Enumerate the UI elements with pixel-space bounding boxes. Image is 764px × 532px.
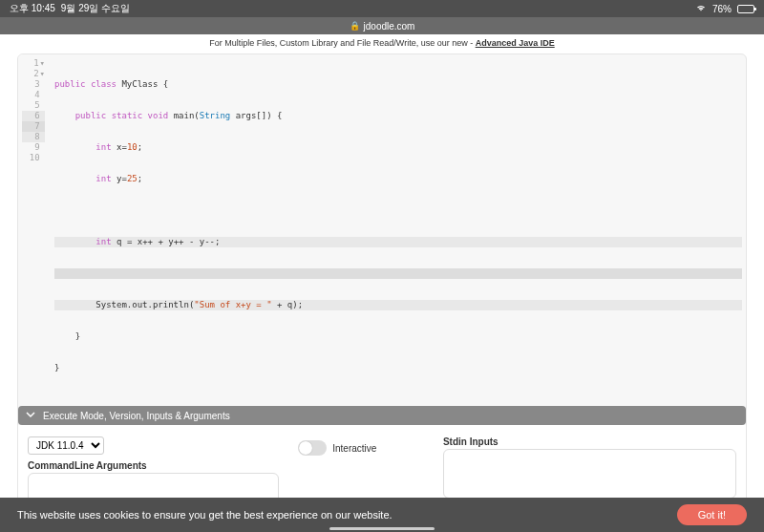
panel-title: Execute Mode, Version, Inputs & Argument… (43, 411, 230, 421)
stdin-input[interactable] (443, 449, 736, 499)
battery-text: 76% (712, 4, 732, 14)
battery-icon (737, 5, 754, 13)
cookie-accept-button[interactable]: Got it! (677, 504, 747, 525)
interactive-toggle[interactable] (298, 440, 327, 456)
advanced-ide-link[interactable]: Advanced Java IDE (476, 38, 555, 48)
interactive-label: Interactive (332, 443, 376, 454)
device-status-bar: 오후 10:45 9월 29일 수요일 76% (0, 0, 764, 17)
code-editor[interactable]: 1▾ 2▾ 3 4 5 6 7 8 9 10 public class MyCl… (17, 53, 747, 521)
banner-text: For Multiple Files, Custom Library and F… (209, 38, 475, 48)
chevron-down-icon (26, 410, 35, 421)
status-time: 오후 10:45 (10, 2, 55, 15)
stdin-label: Stdin Inputs (443, 436, 736, 447)
browser-url-bar[interactable]: 🔒 jdoodle.com (0, 17, 764, 34)
top-banner: For Multiple Files, Custom Library and F… (0, 34, 764, 52)
url-host: jdoodle.com (364, 21, 415, 32)
cmd-args-label: CommandLine Arguments (28, 460, 279, 471)
execute-panel-header[interactable]: Execute Mode, Version, Inputs & Argument… (18, 406, 746, 425)
jdk-version-select[interactable]: JDK 11.0.4 (28, 436, 104, 455)
cookie-text: This website uses cookies to ensure you … (17, 509, 393, 521)
status-date: 9월 29일 수요일 (61, 2, 130, 15)
home-indicator (329, 527, 435, 530)
code-source[interactable]: public class MyClass { public static voi… (51, 54, 746, 398)
lock-icon: 🔒 (350, 21, 360, 31)
wifi-icon (695, 3, 707, 14)
gutter: 1▾ 2▾ 3 4 5 6 7 8 9 10 (18, 54, 51, 398)
